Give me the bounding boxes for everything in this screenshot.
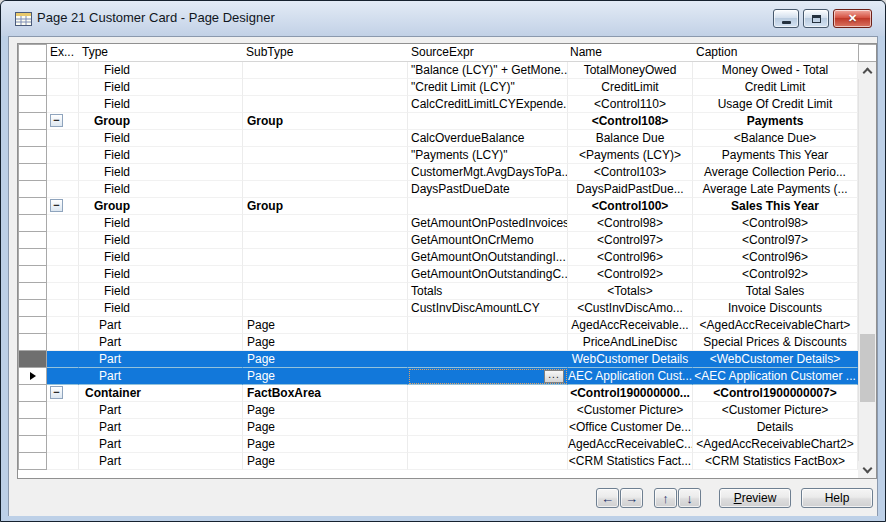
cell-subtype[interactable] xyxy=(243,300,408,317)
cell-sourceexpr[interactable] xyxy=(408,198,568,215)
cell-subtype[interactable]: Page xyxy=(243,351,408,368)
cell-subtype[interactable] xyxy=(243,232,408,249)
move-up-button[interactable]: ↑ xyxy=(654,488,677,508)
cell-name[interactable]: AgedAccReceivableC... xyxy=(568,436,693,453)
cell-name[interactable]: <Control190000000... xyxy=(568,385,693,402)
cell-caption[interactable]: Payments xyxy=(693,113,858,130)
cell-subtype[interactable]: Page xyxy=(243,334,408,351)
cell-caption[interactable]: Money Owed - Total xyxy=(693,62,858,79)
row-selector[interactable] xyxy=(18,368,47,385)
cell-sourceexpr[interactable]: "Payments (LCY)" xyxy=(408,147,568,164)
cell-type[interactable]: Field xyxy=(79,232,243,249)
expand-cell[interactable] xyxy=(47,147,79,164)
row-selector[interactable] xyxy=(18,266,47,283)
cell-subtype[interactable]: Page xyxy=(243,419,408,436)
cell-type[interactable]: Field xyxy=(79,266,243,283)
move-left-button[interactable]: ← xyxy=(596,488,619,508)
move-right-button[interactable]: → xyxy=(620,488,643,508)
expand-cell[interactable] xyxy=(47,283,79,300)
expand-cell[interactable] xyxy=(47,96,79,113)
cell-caption[interactable]: <Customer Picture> xyxy=(693,402,858,419)
cell-caption[interactable]: <WebCustomer Details> xyxy=(693,351,858,368)
cell-name[interactable]: CreditLimit xyxy=(568,79,693,96)
move-down-button[interactable]: ↓ xyxy=(678,488,701,508)
vertical-scrollbar[interactable] xyxy=(858,44,876,478)
expand-cell[interactable] xyxy=(47,351,79,368)
cell-name[interactable]: <CustInvDiscAmo... xyxy=(568,300,693,317)
expand-cell[interactable] xyxy=(47,249,79,266)
cell-type[interactable]: Field xyxy=(79,215,243,232)
cell-subtype[interactable]: Group xyxy=(243,113,408,130)
cell-subtype[interactable] xyxy=(243,62,408,79)
collapse-toggle-icon[interactable]: − xyxy=(50,199,63,212)
row-selector[interactable] xyxy=(18,317,47,334)
cell-type[interactable]: Field xyxy=(79,79,243,96)
cell-name[interactable]: <Control96> xyxy=(568,249,693,266)
expand-cell[interactable] xyxy=(47,232,79,249)
cell-name[interactable]: <Control98> xyxy=(568,215,693,232)
scroll-down-button[interactable] xyxy=(858,461,876,478)
cell-name[interactable]: Balance Due xyxy=(568,130,693,147)
grid-row[interactable]: PartPage<Customer Picture><Customer Pict… xyxy=(18,402,876,419)
expand-cell[interactable] xyxy=(47,79,79,96)
cell-caption[interactable]: <AEC Application Customer ... xyxy=(693,368,858,385)
cell-sourceexpr[interactable]: "Balance (LCY)" + GetMone... xyxy=(408,62,568,79)
expand-cell[interactable]: − xyxy=(47,385,79,402)
cell-caption[interactable]: <Control98> xyxy=(693,215,858,232)
cell-sourceexpr[interactable]: CustomerMgt.AvgDaysToPa... xyxy=(408,164,568,181)
row-selector[interactable] xyxy=(18,79,47,96)
cell-name[interactable]: <Payments (LCY)> xyxy=(568,147,693,164)
cell-name[interactable]: <Customer Picture> xyxy=(568,402,693,419)
grid-row[interactable]: FieldGetAmountOnPostedInvoices<Control98… xyxy=(18,215,876,232)
row-selector[interactable] xyxy=(18,300,47,317)
collapse-toggle-icon[interactable]: − xyxy=(50,114,63,127)
grid-row[interactable]: FieldCustomerMgt.AvgDaysToPa...<Control1… xyxy=(18,164,876,181)
cell-type[interactable]: Field xyxy=(79,62,243,79)
cell-type[interactable]: Part xyxy=(79,317,243,334)
expand-cell[interactable] xyxy=(47,334,79,351)
cell-sourceexpr[interactable] xyxy=(408,453,568,470)
grid-row[interactable]: −ContainerFactBoxArea<Control190000000..… xyxy=(18,385,876,402)
row-selector[interactable] xyxy=(18,96,47,113)
cell-subtype[interactable]: Page xyxy=(243,436,408,453)
row-selector[interactable] xyxy=(18,402,47,419)
row-selector[interactable] xyxy=(18,453,47,470)
cell-name[interactable]: WebCustomer Details xyxy=(568,351,693,368)
cell-subtype[interactable]: Group xyxy=(243,198,408,215)
cell-name[interactable]: <Office Customer De... xyxy=(568,419,693,436)
expand-cell[interactable]: − xyxy=(47,198,79,215)
expand-cell[interactable] xyxy=(47,453,79,470)
row-selector[interactable] xyxy=(18,130,47,147)
cell-caption[interactable]: Invoice Discounts xyxy=(693,300,858,317)
cell-sourceexpr[interactable]: CalcOverdueBalance xyxy=(408,130,568,147)
assist-edit-button[interactable]: ... xyxy=(544,370,564,383)
grid-row[interactable]: FieldGetAmountOnOutstandingI...<Control9… xyxy=(18,249,876,266)
cell-sourceexpr[interactable]: GetAmountOnOutstandingI... xyxy=(408,249,568,266)
cell-type[interactable]: Part xyxy=(79,419,243,436)
expand-cell[interactable] xyxy=(47,436,79,453)
cell-caption[interactable]: Payments This Year xyxy=(693,147,858,164)
expand-cell[interactable] xyxy=(47,62,79,79)
cell-name[interactable]: TotalMoneyOwed xyxy=(568,62,693,79)
cell-caption[interactable]: Average Late Payments (... xyxy=(693,181,858,198)
cell-subtype[interactable]: Page xyxy=(243,453,408,470)
expand-cell[interactable] xyxy=(47,266,79,283)
cell-sourceexpr[interactable]: GetAmountOnOutstandingC... xyxy=(408,266,568,283)
cell-name[interactable]: <Control100> xyxy=(568,198,693,215)
expand-cell[interactable] xyxy=(47,164,79,181)
cell-caption[interactable]: <Control1900000007> xyxy=(693,385,858,402)
cell-sourceexpr[interactable]: DaysPastDueDate xyxy=(408,181,568,198)
cell-sourceexpr[interactable] xyxy=(408,317,568,334)
grid-row[interactable]: PartPageAgedAccReceivable...<AgedAccRece… xyxy=(18,317,876,334)
row-selector[interactable] xyxy=(18,113,47,130)
cell-caption[interactable]: <Control96> xyxy=(693,249,858,266)
cell-sourceexpr[interactable] xyxy=(408,351,568,368)
grid-row[interactable]: PartPageAgedAccReceivableC...<AgedAccRec… xyxy=(18,436,876,453)
row-selector[interactable] xyxy=(18,198,47,215)
row-selector[interactable] xyxy=(18,419,47,436)
cell-sourceexpr[interactable] xyxy=(408,402,568,419)
cell-name[interactable]: <Control97> xyxy=(568,232,693,249)
row-selector[interactable] xyxy=(18,62,47,79)
cell-type[interactable]: Part xyxy=(79,351,243,368)
cell-type[interactable]: Part xyxy=(79,368,243,385)
